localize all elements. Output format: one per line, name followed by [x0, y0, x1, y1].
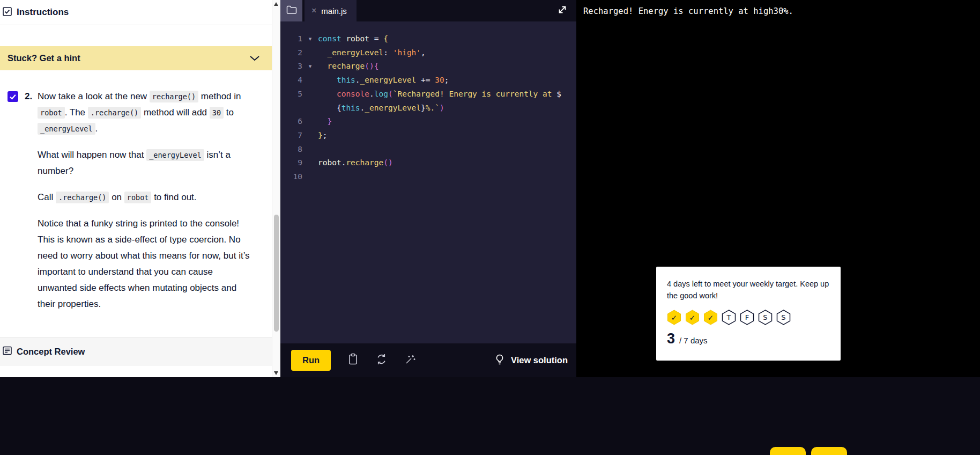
day-hexagon-complete: ✓ — [685, 310, 700, 325]
fold-arrow-icon[interactable]: ▾ — [302, 32, 318, 46]
day-hexagon-label: ✓ — [703, 310, 718, 325]
fold-gutter — [302, 101, 318, 115]
code-line: 3▾ recharge(){ — [280, 60, 576, 74]
line-number: 9 — [280, 156, 302, 170]
day-hexagon: F — [740, 310, 754, 325]
instructions-scrollbar[interactable] — [272, 0, 280, 377]
day-hexagon: S — [758, 310, 773, 325]
task-checkbox-checked[interactable] — [8, 91, 18, 107]
terminal-panel[interactable]: Recharged! Energy is currently at high30… — [576, 0, 980, 377]
code-editor-panel: × main.js 1▾const robot = {2 _energyLeve… — [280, 0, 576, 377]
day-hexagon-label: T — [722, 310, 736, 325]
line-number: 2 — [280, 46, 302, 60]
weekly-target-toast: 4 days left to meet your weekly target. … — [656, 267, 841, 361]
code-line: 4 this._energyLevel += 30; — [280, 74, 576, 87]
instructions-title: Instructions — [17, 7, 69, 18]
clipboard-icon — [347, 353, 359, 368]
magic-wand-icon — [404, 354, 416, 368]
fold-gutter — [302, 74, 318, 87]
line-number: 5 — [280, 87, 302, 101]
code-text: } — [318, 115, 332, 129]
expand-editor-button[interactable] — [557, 4, 568, 17]
text-segment: . The — [65, 107, 88, 118]
day-hexagon-label: S — [758, 310, 773, 325]
fold-gutter — [302, 87, 318, 101]
fold-arrow-icon[interactable]: ▾ — [302, 60, 318, 74]
instruction-paragraph: Notice that a funky string is printed to… — [0, 216, 272, 312]
code-text: {this._energyLevel}%.`) — [318, 101, 444, 115]
instruction-paragraphs: What will happen now that _energyLevel i… — [0, 147, 272, 312]
lightbulb-icon — [494, 354, 506, 368]
refresh-icon — [375, 353, 388, 368]
day-hexagon-label: S — [776, 310, 791, 325]
day-hexagon-complete: ✓ — [667, 310, 681, 325]
app-root: Instructions Stuck? Get a hint 2. Now ta… — [0, 0, 980, 455]
day-hexagon: T — [722, 310, 736, 325]
code-text: const robot = { — [318, 32, 388, 46]
close-icon[interactable]: × — [311, 6, 316, 15]
line-number — [280, 101, 302, 115]
folder-icon — [286, 5, 297, 16]
text-segment: to find out. — [151, 192, 196, 202]
instruction-paragraph: Call .recharge() on robot to find out. — [0, 189, 272, 206]
hint-label: Stuck? Get a hint — [8, 53, 80, 63]
reset-button[interactable] — [375, 353, 388, 368]
task-text: Now take a look at the new recharge() me… — [38, 91, 241, 134]
concept-review-label: Concept Review — [17, 347, 85, 357]
code-line: 8 — [280, 143, 576, 157]
streak-total: / 7 days — [679, 336, 708, 345]
inline-code: recharge() — [150, 91, 198, 102]
code-line: 2 _energyLevel: 'high', — [280, 46, 576, 60]
ai-assist-button[interactable] — [404, 354, 416, 368]
code-text: console.log(`Recharged! Energy is curren… — [318, 87, 561, 101]
day-hexagon-label: ✓ — [685, 310, 700, 325]
text-segment: on — [109, 192, 124, 202]
bottom-bar — [0, 377, 980, 455]
code-line: 9robot.recharge() — [280, 156, 576, 170]
line-number: 10 — [280, 170, 302, 184]
instructions-panel: Instructions Stuck? Get a hint 2. Now ta… — [0, 0, 280, 377]
fold-gutter — [302, 143, 318, 157]
code-editor[interactable]: 1▾const robot = {2 _energyLevel: 'high',… — [280, 21, 576, 343]
nav-button-back[interactable] — [770, 447, 806, 455]
hint-banner[interactable]: Stuck? Get a hint — [0, 46, 272, 70]
line-number: 3 — [280, 60, 302, 74]
code-line: 1▾const robot = { — [280, 32, 576, 46]
fold-gutter — [302, 46, 318, 60]
inline-code: _energyLevel — [38, 123, 95, 135]
code-line: {this._energyLevel}%.`) — [280, 101, 576, 115]
scroll-down-arrow-icon[interactable] — [274, 371, 278, 375]
terminal-output: Recharged! Energy is currently at high30… — [576, 0, 980, 23]
streak-days: ✓✓✓TFSS — [667, 310, 830, 325]
day-hexagon-label: ✓ — [667, 310, 681, 325]
nav-button-next[interactable] — [811, 447, 847, 455]
file-navigator-button[interactable] — [280, 0, 302, 21]
fold-gutter — [302, 129, 318, 143]
fold-gutter — [302, 170, 318, 184]
text-segment: . — [95, 123, 98, 134]
editor-toolbar: Run View solution — [280, 343, 576, 377]
inline-code: .recharge() — [56, 192, 109, 203]
code-lines: 1▾const robot = {2 _energyLevel: 'high',… — [280, 32, 576, 184]
streak-count-row: 3 / 7 days — [667, 332, 830, 346]
inline-code: .recharge() — [88, 107, 141, 119]
scroll-up-arrow-icon[interactable] — [274, 2, 278, 6]
text-segment: Call — [38, 192, 56, 202]
streak-count: 3 — [667, 332, 675, 346]
instructions-header: Instructions — [0, 0, 280, 25]
line-number: 4 — [280, 74, 302, 87]
code-text: }; — [318, 129, 327, 143]
scrollbar-thumb[interactable] — [274, 215, 279, 332]
instruction-paragraph: What will happen now that _energyLevel i… — [0, 147, 272, 179]
text-segment: Notice that a funky string is printed to… — [38, 218, 250, 309]
copy-button[interactable] — [347, 353, 359, 368]
toast-message: 4 days left to meet your weekly target. … — [667, 278, 830, 302]
view-solution-button[interactable]: View solution — [494, 354, 568, 368]
code-line: 6 } — [280, 115, 576, 129]
editor-tabbar: × main.js — [280, 0, 576, 21]
concept-review-section[interactable]: Concept Review — [0, 337, 272, 365]
tab-label: main.js — [321, 6, 347, 16]
run-button[interactable]: Run — [291, 350, 331, 371]
checkbox-checked-icon — [3, 7, 12, 18]
tab-main-js[interactable]: × main.js — [305, 0, 357, 21]
